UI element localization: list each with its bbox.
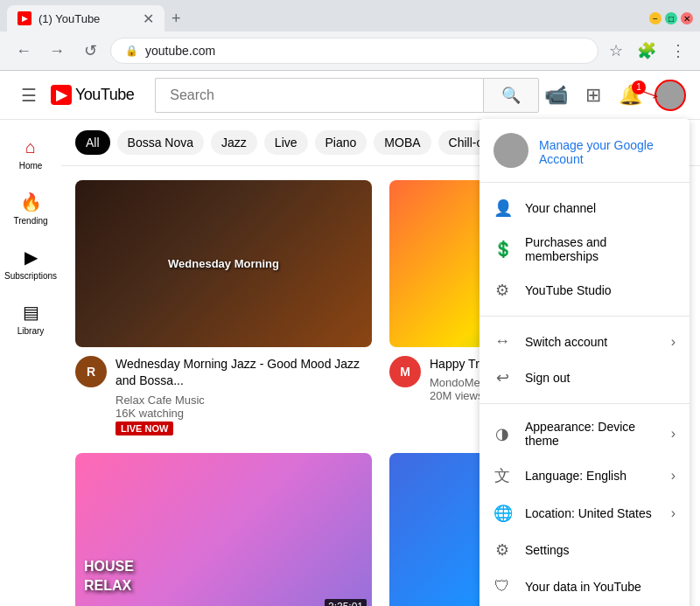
appearance-arrow-icon: › — [671, 426, 676, 442]
bookmark-btn[interactable]: ☆ — [606, 38, 626, 64]
switch-arrow-icon: › — [671, 334, 676, 350]
manage-account-link[interactable]: Manage your Google Account — [539, 138, 676, 166]
location-item[interactable]: 🌐 Location: United States › — [480, 495, 690, 532]
switch-icon: ↔ — [494, 332, 511, 351]
channel-name: Relax Cafe Music — [116, 394, 372, 407]
sidebar-label-trending: Trending — [13, 216, 47, 226]
your-data-label: Your data in YouTube — [525, 580, 676, 594]
video-meta: 16K watching — [116, 407, 372, 420]
tab-favicon — [18, 11, 32, 25]
sign-out-item[interactable]: ↩ Sign out — [480, 359, 690, 396]
video-card[interactable]: HOUSE RELAX 2:35:01 M Dua Lipa, Coldplay… — [75, 453, 372, 606]
language-icon: 文 — [494, 465, 511, 486]
youtube-studio-item[interactable]: ⚙ YouTube Studio — [480, 272, 690, 309]
search-bar: 🔍 — [155, 78, 539, 113]
appearance-item[interactable]: ◑ Appearance: Device theme › — [480, 411, 690, 456]
settings-label: Settings — [525, 543, 676, 557]
video-details: Wednesday Morning Jazz - Good Mood Jazz … — [116, 356, 372, 435]
video-info: R Wednesday Morning Jazz - Good Mood Jaz… — [75, 347, 372, 435]
language-arrow-icon: › — [671, 468, 676, 484]
language-label: Language: English — [525, 469, 657, 483]
tab-close-btn[interactable]: ✕ — [143, 10, 154, 27]
address-actions: ☆ 🧩 ⋮ — [606, 38, 690, 64]
address-input[interactable]: 🔒 youtube.com — [110, 38, 598, 64]
address-bar: ← → ↺ 🔒 youtube.com ☆ 🧩 ⋮ — [0, 31, 700, 70]
sidebar-item-library[interactable]: ▤ Library — [0, 291, 61, 346]
close-window-btn[interactable]: ✕ — [681, 12, 693, 24]
location-icon: 🌐 — [494, 504, 511, 523]
dropdown-account-info: Manage your Google Account — [539, 135, 676, 166]
back-btn[interactable]: ← — [10, 38, 37, 64]
chip-moba[interactable]: MOBA — [374, 130, 430, 155]
forward-btn[interactable]: → — [44, 38, 70, 64]
sidebar-label-subscriptions: Subscriptions — [4, 271, 57, 281]
dropdown-section-channel: 👤 Your channel 💲 Purchases and membershi… — [480, 183, 690, 317]
switch-account-label: Switch account — [525, 335, 657, 349]
appearance-icon: ◑ — [494, 424, 511, 443]
dropdown-avatar — [494, 133, 528, 168]
trending-icon: 🔥 — [20, 192, 42, 212]
settings-icon: ⚙ — [494, 540, 511, 560]
your-channel-label: Your channel — [525, 201, 676, 215]
video-thumbnail: HOUSE RELAX 2:35:01 — [75, 453, 372, 606]
new-tab-btn[interactable]: + — [164, 6, 188, 31]
sidebar-item-trending[interactable]: 🔥 Trending — [0, 181, 61, 236]
studio-icon: ⚙ — [494, 281, 511, 300]
your-channel-item[interactable]: 👤 Your channel — [480, 190, 690, 226]
chip-live[interactable]: Live — [264, 130, 308, 155]
lock-icon: 🔒 — [125, 45, 138, 57]
chip-bossa-nova[interactable]: Bossa Nova — [117, 130, 204, 155]
active-tab[interactable]: (1) YouTube ✕ — [7, 5, 164, 31]
chip-jazz[interactable]: Jazz — [211, 130, 257, 155]
channel-avatar: M — [389, 356, 421, 387]
apps-btn[interactable]: ⊞ — [580, 79, 606, 112]
minimize-btn[interactable]: − — [649, 12, 662, 24]
play-icon: ▶ — [56, 87, 66, 103]
youtube-logo[interactable]: ▶ YouTube — [51, 85, 134, 105]
sidebar-item-subscriptions[interactable]: ▶ Subscriptions — [0, 236, 61, 291]
youtube-wordmark: YouTube — [75, 86, 134, 104]
tab-title: (1) YouTube — [38, 12, 136, 25]
menu-btn[interactable]: ⋮ — [667, 38, 690, 64]
signout-icon: ↩ — [494, 368, 511, 387]
sidebar-label-home: Home — [19, 161, 43, 171]
menu-hamburger-btn[interactable]: ☰ — [14, 78, 44, 113]
dropdown-header: Manage your Google Account — [480, 119, 690, 183]
language-item[interactable]: 文 Language: English › — [480, 456, 690, 495]
location-label: Location: United States — [525, 506, 657, 520]
purchases-icon: 💲 — [494, 240, 511, 259]
search-btn[interactable]: 🔍 — [483, 78, 539, 113]
maximize-btn[interactable]: □ — [665, 12, 677, 24]
youtube-studio-label: YouTube Studio — [525, 283, 676, 297]
chip-piano[interactable]: Piano — [315, 130, 368, 155]
purchases-item[interactable]: 💲 Purchases and memberships — [480, 226, 690, 272]
account-dropdown: Manage your Google Account 👤 Your channe… — [480, 119, 690, 606]
sidebar-label-library: Library — [18, 326, 45, 336]
video-card[interactable]: Wednesday Morning R Wednesday Morning Ja… — [75, 180, 372, 435]
subscriptions-icon: ▶ — [24, 247, 38, 268]
sidebar-item-home[interactable]: ⌂ Home — [0, 127, 61, 181]
settings-item[interactable]: ⚙ Settings — [480, 532, 690, 568]
location-arrow-icon: › — [671, 505, 676, 521]
browser-chrome: (1) YouTube ✕ + − □ ✕ ← → ↺ 🔒 youtube.co… — [0, 0, 700, 71]
appearance-label: Appearance: Device theme — [525, 420, 657, 448]
switch-account-item[interactable]: ↔ Switch account › — [480, 324, 690, 359]
reload-btn[interactable]: ↺ — [77, 38, 103, 64]
youtube-header: ☰ ▶ YouTube 🔍 📹 ⊞ 🔔 1 → — [0, 71, 700, 120]
sidebar: ⌂ Home 🔥 Trending ▶ Subscriptions ▤ Libr… — [0, 120, 61, 606]
your-data-item[interactable]: 🛡 Your data in YouTube — [480, 568, 690, 604]
chip-all[interactable]: All — [75, 130, 110, 155]
address-text: youtube.com — [145, 44, 584, 58]
sign-out-label: Sign out — [525, 371, 676, 385]
dropdown-section-account: ↔ Switch account › ↩ Sign out — [480, 317, 690, 404]
create-video-btn[interactable]: 📹 — [539, 79, 573, 112]
channel-avatar: R — [75, 356, 107, 387]
purchases-label: Purchases and memberships — [525, 235, 676, 263]
video-thumbnail: Wednesday Morning — [75, 180, 372, 347]
search-input[interactable] — [155, 78, 483, 113]
home-icon: ⌂ — [25, 137, 36, 157]
video-title: Wednesday Morning Jazz - Good Mood Jazz … — [116, 356, 372, 390]
tab-bar: (1) YouTube ✕ + − □ ✕ — [0, 0, 700, 31]
extensions-btn[interactable]: 🧩 — [634, 38, 660, 64]
window-controls: − □ ✕ — [649, 12, 693, 24]
